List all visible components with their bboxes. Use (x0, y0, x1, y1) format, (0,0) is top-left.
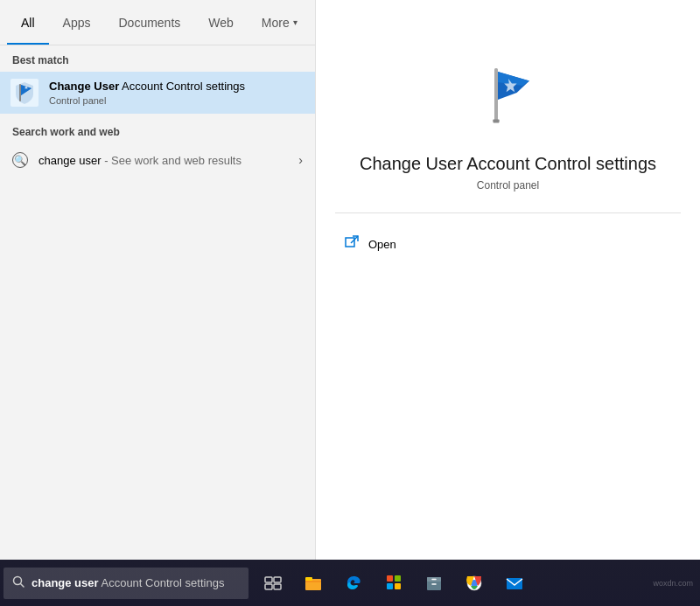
svg-rect-5 (493, 119, 499, 122)
search-content: Best match C (0, 45, 315, 560)
chrome-button[interactable] (455, 564, 494, 603)
tab-documents[interactable]: Documents (104, 0, 194, 45)
search-circle-icon: 🔍 (12, 152, 28, 168)
svg-rect-17 (395, 583, 401, 589)
tab-more[interactable]: More ▾ (248, 0, 312, 45)
svg-rect-13 (305, 577, 312, 581)
best-match-title: Change User Account Control settings (49, 80, 304, 94)
detail-icon (465, 52, 552, 140)
taskview-button[interactable] (254, 564, 292, 603)
taskbar: change user Account Control settings (0, 560, 700, 606)
store-button[interactable] (374, 564, 413, 603)
svg-rect-14 (387, 575, 393, 582)
best-match-text: Change User Account Control settings Con… (49, 80, 304, 106)
detail-subtitle: Control panel (477, 179, 539, 192)
svg-rect-4 (494, 68, 498, 121)
tab-all[interactable]: All (7, 0, 49, 45)
mail-button[interactable] (495, 564, 534, 603)
open-action[interactable]: Open (335, 227, 681, 261)
open-icon (344, 234, 360, 254)
web-search-section: Search work and web 🔍 change user - See … (0, 117, 315, 177)
open-label: Open (368, 238, 396, 251)
edge-button[interactable] (334, 564, 373, 603)
search-panel: All Apps Documents Web More ▾ ··· (0, 0, 315, 560)
best-match-item[interactable]: Change User Account Control settings Con… (0, 72, 315, 114)
best-match-subtitle: Control panel (49, 95, 304, 106)
chevron-right-icon: › (298, 153, 303, 167)
svg-rect-2 (19, 84, 21, 101)
files-button[interactable] (415, 564, 453, 603)
detail-divider (335, 212, 681, 213)
taskbar-search-icon (12, 575, 24, 590)
svg-rect-10 (265, 584, 272, 589)
watermark: woxdn.com (653, 579, 696, 588)
svg-rect-8 (265, 577, 272, 582)
svg-rect-9 (274, 577, 281, 582)
web-search-item[interactable]: 🔍 change user - See work and web results… (0, 143, 315, 177)
tab-web[interactable]: Web (194, 0, 248, 45)
taskbar-search[interactable]: change user Account Control settings (4, 568, 248, 599)
svg-rect-24 (507, 578, 522, 589)
chevron-down-icon: ▾ (293, 17, 298, 27)
web-search-text: change user - See work and web results (38, 154, 288, 167)
taskbar-search-text: change user Account Control settings (32, 576, 224, 589)
explorer-button[interactable] (294, 564, 332, 603)
svg-rect-6 (346, 238, 354, 247)
svg-rect-16 (387, 583, 393, 589)
control-panel-icon (10, 79, 38, 107)
detail-panel: Change User Account Control settings Con… (315, 0, 700, 560)
detail-title: Change User Account Control settings (342, 154, 674, 174)
best-match-header: Best match (0, 45, 315, 72)
svg-rect-11 (274, 584, 281, 589)
svg-rect-15 (395, 575, 401, 582)
tab-apps[interactable]: Apps (49, 0, 105, 45)
web-search-header: Search work and web (0, 117, 315, 143)
tab-bar: All Apps Documents Web More ▾ ··· (0, 0, 315, 45)
